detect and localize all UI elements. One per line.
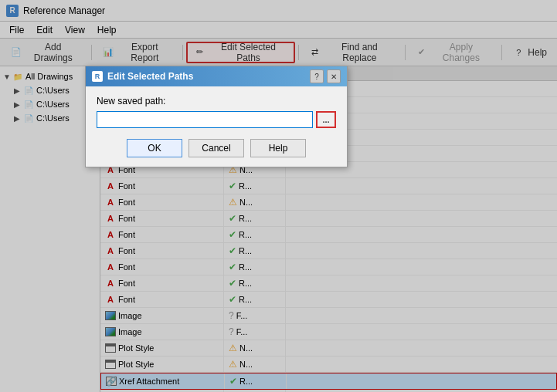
modal-overlay: R Edit Selected Paths ? ✕ New saved path…: [0, 0, 557, 392]
dialog-title: Edit Selected Paths: [107, 71, 193, 82]
path-input[interactable]: [97, 111, 313, 128]
field-label: New saved path:: [97, 96, 336, 106]
dialog-help-btn[interactable]: ?: [310, 69, 324, 83]
cancel-button[interactable]: Cancel: [188, 139, 244, 157]
dialog-title-left: R Edit Selected Paths: [92, 71, 193, 82]
dialog-body: New saved path: ... OK Cancel Help: [86, 86, 347, 167]
input-row: ...: [97, 111, 336, 128]
browse-button[interactable]: ...: [316, 111, 336, 128]
dialog-titlebar: R Edit Selected Paths ? ✕: [86, 66, 347, 86]
dialog-help-button[interactable]: Help: [250, 139, 306, 157]
dialog-controls: ? ✕: [310, 69, 341, 83]
ok-button[interactable]: OK: [127, 139, 182, 157]
dialog-btn-row: OK Cancel Help: [97, 139, 336, 157]
dialog-icon: R: [92, 71, 103, 82]
edit-paths-dialog: R Edit Selected Paths ? ✕ New saved path…: [85, 66, 348, 167]
dialog-close-btn[interactable]: ✕: [327, 69, 341, 83]
